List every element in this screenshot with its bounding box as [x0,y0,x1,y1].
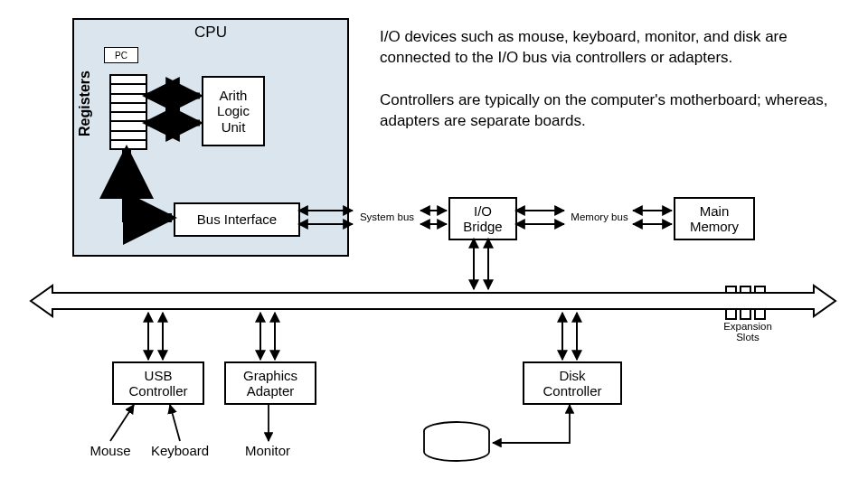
system-bus-label: System bus [355,211,419,222]
memory-bus-label: Memory bus [568,211,631,222]
svg-point-21 [424,422,489,440]
io-bus-label: I/O Bus [327,291,378,307]
register-file [109,74,147,150]
mouse-label: Mouse [83,443,137,458]
pc-register: PC [104,47,138,63]
description-2: Controllers are typically on the compute… [380,90,859,132]
registers-label: Registers [77,82,93,136]
bus-interface-block: Bus Interface [174,202,300,237]
expansion-slot-3 [754,286,766,320]
expansion-slot-2 [740,286,751,320]
svg-line-18 [110,405,134,441]
io-bridge-block: I/O Bridge [448,197,517,240]
cpu-title: CPU [74,23,347,42]
graphics-adapter-block: Graphics Adapter [224,361,316,405]
expansion-slot-1 [725,286,737,320]
pc-label: PC [115,51,127,61]
disk-label: Disk [445,438,490,454]
disk-controller-block: Disk Controller [523,361,622,405]
usb-controller-block: USB Controller [112,361,204,405]
svg-line-19 [170,405,180,441]
alu-block: Arith Logic Unit [202,76,265,146]
registers-label-wrap: Registers [58,101,112,119]
main-memory-block: Main Memory [674,197,755,240]
expansion-slots-label: Expansion Slots [716,321,779,343]
keyboard-label: Keyboard [148,443,212,458]
monitor-label: Monitor [241,443,295,458]
description-1: I/O devices such as mouse, keyboard, mon… [380,27,850,69]
